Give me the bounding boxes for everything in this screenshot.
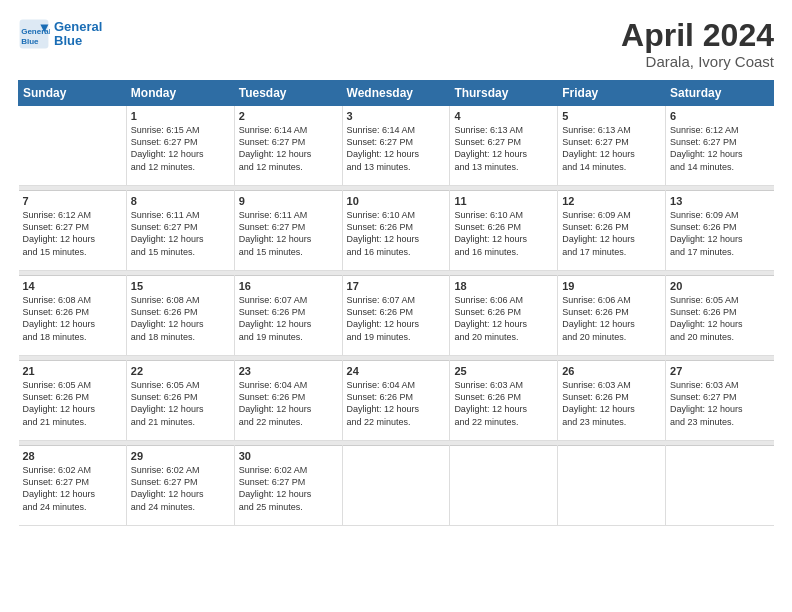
day-cell: 17Sunrise: 6:07 AM Sunset: 6:26 PM Dayli…: [342, 276, 450, 356]
logo: General Blue General Blue: [18, 18, 102, 50]
header-thursday: Thursday: [450, 81, 558, 106]
day-info: Sunrise: 6:03 AM Sunset: 6:27 PM Dayligh…: [670, 379, 769, 428]
logo-line1: General: [54, 19, 102, 34]
day-number: 2: [239, 110, 338, 122]
page: General Blue General Blue April 2024 Dar…: [0, 0, 792, 612]
day-number: 15: [131, 280, 230, 292]
day-number: 16: [239, 280, 338, 292]
day-info: Sunrise: 6:07 AM Sunset: 6:26 PM Dayligh…: [347, 294, 446, 343]
day-cell: 10Sunrise: 6:10 AM Sunset: 6:26 PM Dayli…: [342, 191, 450, 271]
day-cell: 9Sunrise: 6:11 AM Sunset: 6:27 PM Daylig…: [234, 191, 342, 271]
day-number: 7: [23, 195, 122, 207]
day-info: Sunrise: 6:05 AM Sunset: 6:26 PM Dayligh…: [131, 379, 230, 428]
header-monday: Monday: [126, 81, 234, 106]
day-info: Sunrise: 6:11 AM Sunset: 6:27 PM Dayligh…: [131, 209, 230, 258]
day-info: Sunrise: 6:05 AM Sunset: 6:26 PM Dayligh…: [23, 379, 122, 428]
day-info: Sunrise: 6:13 AM Sunset: 6:27 PM Dayligh…: [562, 124, 661, 173]
day-number: 24: [347, 365, 446, 377]
day-cell: 1Sunrise: 6:15 AM Sunset: 6:27 PM Daylig…: [126, 106, 234, 186]
day-cell: 24Sunrise: 6:04 AM Sunset: 6:26 PM Dayli…: [342, 361, 450, 441]
day-number: 25: [454, 365, 553, 377]
day-number: 17: [347, 280, 446, 292]
day-info: Sunrise: 6:12 AM Sunset: 6:27 PM Dayligh…: [23, 209, 122, 258]
day-info: Sunrise: 6:09 AM Sunset: 6:26 PM Dayligh…: [562, 209, 661, 258]
day-info: Sunrise: 6:07 AM Sunset: 6:26 PM Dayligh…: [239, 294, 338, 343]
day-info: Sunrise: 6:09 AM Sunset: 6:26 PM Dayligh…: [670, 209, 769, 258]
week-row-4: 21Sunrise: 6:05 AM Sunset: 6:26 PM Dayli…: [19, 361, 774, 441]
calendar-title: April 2024: [621, 18, 774, 53]
day-cell: 4Sunrise: 6:13 AM Sunset: 6:27 PM Daylig…: [450, 106, 558, 186]
day-number: 28: [23, 450, 122, 462]
header-sunday: Sunday: [19, 81, 127, 106]
day-cell: 6Sunrise: 6:12 AM Sunset: 6:27 PM Daylig…: [666, 106, 774, 186]
logo-text: General Blue: [54, 20, 102, 49]
week-row-2: 7Sunrise: 6:12 AM Sunset: 6:27 PM Daylig…: [19, 191, 774, 271]
day-number: 6: [670, 110, 769, 122]
header-friday: Friday: [558, 81, 666, 106]
day-info: Sunrise: 6:15 AM Sunset: 6:27 PM Dayligh…: [131, 124, 230, 173]
day-number: 20: [670, 280, 769, 292]
day-number: 30: [239, 450, 338, 462]
day-info: Sunrise: 6:03 AM Sunset: 6:26 PM Dayligh…: [454, 379, 553, 428]
day-number: 21: [23, 365, 122, 377]
day-number: 29: [131, 450, 230, 462]
day-cell: 12Sunrise: 6:09 AM Sunset: 6:26 PM Dayli…: [558, 191, 666, 271]
day-cell: 11Sunrise: 6:10 AM Sunset: 6:26 PM Dayli…: [450, 191, 558, 271]
day-cell: 25Sunrise: 6:03 AM Sunset: 6:26 PM Dayli…: [450, 361, 558, 441]
day-cell: 14Sunrise: 6:08 AM Sunset: 6:26 PM Dayli…: [19, 276, 127, 356]
day-cell: 2Sunrise: 6:14 AM Sunset: 6:27 PM Daylig…: [234, 106, 342, 186]
day-cell: [558, 446, 666, 526]
day-info: Sunrise: 6:08 AM Sunset: 6:26 PM Dayligh…: [23, 294, 122, 343]
day-info: Sunrise: 6:04 AM Sunset: 6:26 PM Dayligh…: [347, 379, 446, 428]
day-cell: 23Sunrise: 6:04 AM Sunset: 6:26 PM Dayli…: [234, 361, 342, 441]
week-row-3: 14Sunrise: 6:08 AM Sunset: 6:26 PM Dayli…: [19, 276, 774, 356]
day-info: Sunrise: 6:11 AM Sunset: 6:27 PM Dayligh…: [239, 209, 338, 258]
day-cell: [342, 446, 450, 526]
day-number: 5: [562, 110, 661, 122]
day-cell: 26Sunrise: 6:03 AM Sunset: 6:26 PM Dayli…: [558, 361, 666, 441]
day-number: 10: [347, 195, 446, 207]
day-number: 14: [23, 280, 122, 292]
day-number: 27: [670, 365, 769, 377]
day-cell: 19Sunrise: 6:06 AM Sunset: 6:26 PM Dayli…: [558, 276, 666, 356]
header-row: General Blue General Blue April 2024 Dar…: [18, 18, 774, 70]
day-number: 22: [131, 365, 230, 377]
day-info: Sunrise: 6:13 AM Sunset: 6:27 PM Dayligh…: [454, 124, 553, 173]
header-tuesday: Tuesday: [234, 81, 342, 106]
day-cell: 30Sunrise: 6:02 AM Sunset: 6:27 PM Dayli…: [234, 446, 342, 526]
header-saturday: Saturday: [666, 81, 774, 106]
day-cell: 7Sunrise: 6:12 AM Sunset: 6:27 PM Daylig…: [19, 191, 127, 271]
day-cell: 29Sunrise: 6:02 AM Sunset: 6:27 PM Dayli…: [126, 446, 234, 526]
day-info: Sunrise: 6:02 AM Sunset: 6:27 PM Dayligh…: [23, 464, 122, 513]
day-cell: 21Sunrise: 6:05 AM Sunset: 6:26 PM Dayli…: [19, 361, 127, 441]
day-cell: 16Sunrise: 6:07 AM Sunset: 6:26 PM Dayli…: [234, 276, 342, 356]
week-row-5: 28Sunrise: 6:02 AM Sunset: 6:27 PM Dayli…: [19, 446, 774, 526]
week-row-1: 1Sunrise: 6:15 AM Sunset: 6:27 PM Daylig…: [19, 106, 774, 186]
title-block: April 2024 Darala, Ivory Coast: [621, 18, 774, 70]
day-number: 18: [454, 280, 553, 292]
day-cell: [19, 106, 127, 186]
header-wednesday: Wednesday: [342, 81, 450, 106]
day-cell: 15Sunrise: 6:08 AM Sunset: 6:26 PM Dayli…: [126, 276, 234, 356]
day-cell: 8Sunrise: 6:11 AM Sunset: 6:27 PM Daylig…: [126, 191, 234, 271]
day-number: 8: [131, 195, 230, 207]
day-info: Sunrise: 6:14 AM Sunset: 6:27 PM Dayligh…: [347, 124, 446, 173]
calendar-subtitle: Darala, Ivory Coast: [621, 53, 774, 70]
day-cell: 18Sunrise: 6:06 AM Sunset: 6:26 PM Dayli…: [450, 276, 558, 356]
day-cell: 3Sunrise: 6:14 AM Sunset: 6:27 PM Daylig…: [342, 106, 450, 186]
logo-line2: Blue: [54, 33, 82, 48]
day-info: Sunrise: 6:03 AM Sunset: 6:26 PM Dayligh…: [562, 379, 661, 428]
day-info: Sunrise: 6:05 AM Sunset: 6:26 PM Dayligh…: [670, 294, 769, 343]
day-number: 1: [131, 110, 230, 122]
day-cell: [450, 446, 558, 526]
day-info: Sunrise: 6:10 AM Sunset: 6:26 PM Dayligh…: [347, 209, 446, 258]
logo-icon: General Blue: [18, 18, 50, 50]
day-info: Sunrise: 6:04 AM Sunset: 6:26 PM Dayligh…: [239, 379, 338, 428]
day-number: 4: [454, 110, 553, 122]
day-number: 3: [347, 110, 446, 122]
day-cell: 27Sunrise: 6:03 AM Sunset: 6:27 PM Dayli…: [666, 361, 774, 441]
header-row-days: SundayMondayTuesdayWednesdayThursdayFrid…: [19, 81, 774, 106]
day-number: 11: [454, 195, 553, 207]
day-cell: 22Sunrise: 6:05 AM Sunset: 6:26 PM Dayli…: [126, 361, 234, 441]
day-info: Sunrise: 6:02 AM Sunset: 6:27 PM Dayligh…: [239, 464, 338, 513]
